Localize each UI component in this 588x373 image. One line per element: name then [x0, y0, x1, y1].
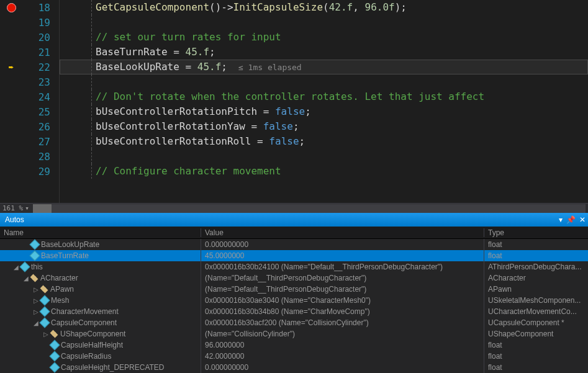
tree-toggle-icon[interactable]: ◢ — [22, 275, 30, 282]
variable-value[interactable]: 0.000000000 — [201, 239, 484, 250]
code-line[interactable]: bUseControllerRotationRoll = false; — [60, 134, 588, 149]
variable-row[interactable]: BaseTurnRate45.0000000float — [0, 250, 588, 261]
code-line[interactable]: BaseTurnRate = 45.f; — [60, 45, 588, 60]
field-icon — [50, 340, 60, 351]
line-number: 25 — [22, 104, 59, 119]
variable-row[interactable]: ▷CharacterMovement0x0000016b30b34b80 (Na… — [0, 306, 588, 317]
variable-value[interactable]: (Name="CollisionCylinder") — [201, 328, 484, 339]
code-line[interactable]: // Don't rotate when the controller rota… — [60, 89, 588, 104]
variable-value[interactable]: 0x0000016b30b34b80 (Name="CharMoveComp") — [201, 306, 484, 317]
variable-name: BaseLookUpRate — [41, 240, 99, 249]
variable-value[interactable]: 0x0000016b30acf200 (Name="CollisionCylin… — [201, 317, 484, 328]
variable-type: APawn — [484, 284, 588, 295]
variable-name: BaseTurnRate — [41, 251, 89, 260]
gutter-margin[interactable]: ➨ — [0, 0, 22, 203]
variable-type: float — [484, 250, 588, 261]
variable-type: float — [484, 339, 588, 351]
variable-value[interactable]: (Name="Default__ThirdPersonDebugCharacte… — [201, 284, 484, 295]
line-number: 26 — [22, 119, 59, 134]
variable-name: CapsuleRadius — [61, 352, 111, 361]
variable-name: CapsuleHeight_DEPRECATED — [61, 363, 165, 372]
code-line[interactable] — [60, 149, 588, 164]
autos-panel-title: Autos — [5, 215, 24, 224]
variable-type: UCapsuleComponent * — [484, 317, 588, 328]
tree-toggle-icon[interactable]: ▷ — [32, 308, 40, 315]
variable-row[interactable]: CapsuleRadius42.0000000float — [0, 351, 588, 362]
variable-row[interactable]: ◢ACharacter(Name="Default__ThirdPersonDe… — [0, 272, 588, 284]
code-line[interactable] — [60, 74, 588, 89]
field-icon — [40, 295, 50, 306]
variable-type: USkeletalMeshComponen... — [484, 295, 588, 306]
tree-toggle-icon[interactable]: ▷ — [32, 286, 40, 293]
variable-type: float — [484, 239, 588, 250]
variable-type: float — [484, 351, 588, 362]
code-line[interactable] — [60, 15, 588, 30]
autos-panel-header[interactable]: Autos ▾ 📌 ✕ — [0, 213, 588, 227]
field-icon — [30, 240, 40, 250]
tree-toggle-icon[interactable]: ▷ — [32, 297, 40, 304]
line-number: 29 — [22, 164, 59, 179]
code-line[interactable]: BaseLookUpRate = 45.f;≤ 1ms elapsed — [60, 60, 588, 74]
column-header-value[interactable]: Value — [201, 228, 484, 237]
variable-value[interactable]: 0x0000016b30b24100 (Name="Default__Third… — [201, 261, 484, 272]
variable-row[interactable]: BaseLookUpRate0.000000000float — [0, 239, 588, 250]
variable-type: UCharacterMovementCo... — [484, 306, 588, 317]
zoom-level[interactable]: 161 % — [2, 204, 23, 212]
variable-type: UShapeComponent — [484, 328, 588, 339]
variable-value[interactable]: 96.0000000 — [201, 339, 484, 351]
zoom-dropdown-icon[interactable]: ▾ — [25, 204, 29, 212]
window-position-icon[interactable]: ▾ — [559, 215, 563, 224]
horizontal-scrollbar[interactable] — [33, 204, 586, 213]
field-icon — [30, 251, 40, 261]
variable-row[interactable]: ▷APawn(Name="Default__ThirdPersonDebugCh… — [0, 284, 588, 295]
variable-type: AThirdPersonDebugChara... — [484, 261, 588, 272]
variable-name: CharacterMovement — [51, 307, 119, 316]
field-icon — [20, 262, 30, 272]
line-number: 18 — [22, 0, 59, 15]
code-line[interactable]: GetCapsuleComponent()->InitCapsuleSize(4… — [60, 0, 588, 15]
variable-row[interactable]: ▷UShapeComponent(Name="CollisionCylinder… — [0, 328, 588, 339]
variable-type: float — [484, 362, 588, 373]
close-icon[interactable]: ✕ — [579, 215, 586, 224]
code-area[interactable]: GetCapsuleComponent()->InitCapsuleSize(4… — [60, 0, 588, 203]
column-header-name[interactable]: Name — [0, 228, 201, 237]
tree-toggle-icon[interactable]: ◢ — [32, 320, 40, 326]
tree-toggle-icon[interactable]: ◢ — [12, 264, 20, 271]
scrollbar-thumb[interactable] — [33, 204, 52, 213]
code-line[interactable]: // Configure character movement — [60, 164, 588, 179]
line-number: 19 — [22, 15, 59, 30]
variable-row[interactable]: ◢CapsuleComponent0x0000016b30acf200 (Nam… — [0, 317, 588, 328]
field-icon — [40, 318, 50, 328]
variable-row[interactable]: ▷Mesh0x0000016b30ae3040 (Name="Character… — [0, 295, 588, 306]
line-number: 27 — [22, 134, 59, 149]
autos-panel-body[interactable]: Name Value Type BaseLookUpRate0.00000000… — [0, 227, 588, 373]
variable-name: CapsuleComponent — [51, 318, 117, 327]
editor-status-bar: 161 % ▾ — [0, 203, 588, 213]
autos-header-row[interactable]: Name Value Type — [0, 227, 588, 239]
line-number: 21 — [22, 45, 59, 60]
variable-row[interactable]: CapsuleHalfHeight96.0000000float — [0, 339, 588, 351]
variable-row[interactable]: ◢this0x0000016b30b24100 (Name="Default__… — [0, 261, 588, 272]
variable-row[interactable]: CapsuleHeight_DEPRECATED0.000000000float — [0, 362, 588, 373]
pin-icon[interactable]: 📌 — [566, 215, 576, 224]
variable-name: UShapeComponent — [60, 330, 125, 338]
tree-toggle-icon[interactable]: ▷ — [42, 331, 50, 338]
variable-name: CapsuleHalfHeight — [61, 341, 123, 349]
code-line[interactable]: bUseControllerRotationYaw = false; — [60, 119, 588, 134]
code-line[interactable]: // set our turn rates for input — [60, 30, 588, 45]
variable-name: ACharacter — [40, 274, 78, 282]
variable-value[interactable]: (Name="Default__ThirdPersonDebugCharacte… — [201, 272, 484, 284]
breakpoint-icon[interactable] — [7, 3, 16, 12]
variable-value[interactable]: 45.0000000 — [201, 250, 484, 261]
execution-pointer-icon: ➨ — [9, 62, 14, 72]
line-number: 22 — [22, 60, 59, 74]
variable-value[interactable]: 42.0000000 — [201, 351, 484, 362]
code-editor[interactable]: ➨ 181920212223242526272829 GetCapsuleCom… — [0, 0, 588, 203]
variable-value[interactable]: 0x0000016b30ae3040 (Name="CharacterMesh0… — [201, 295, 484, 306]
line-number: 23 — [22, 74, 59, 89]
variable-value[interactable]: 0.000000000 — [201, 362, 484, 373]
code-line[interactable]: bUseControllerRotationPitch = false; — [60, 104, 588, 119]
column-header-type[interactable]: Type — [484, 228, 588, 237]
line-number: 20 — [22, 30, 59, 45]
perf-tip[interactable]: ≤ 1ms elapsed — [238, 63, 302, 72]
